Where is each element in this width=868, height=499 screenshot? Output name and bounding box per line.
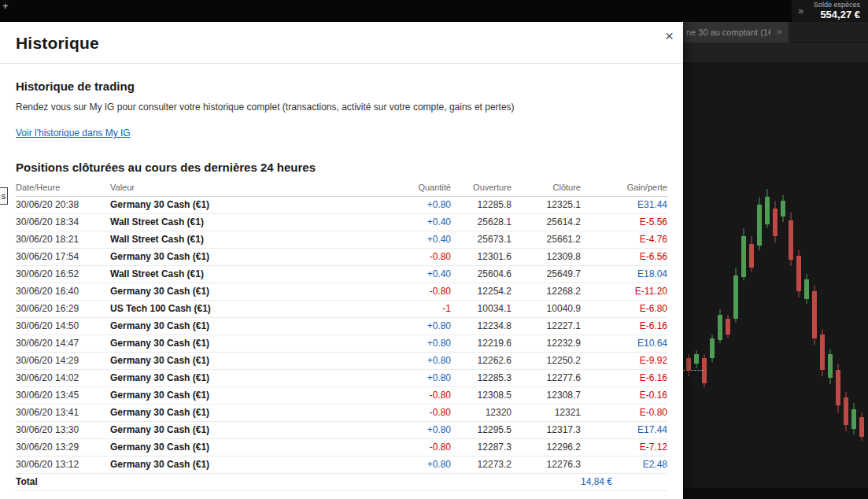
cell-cloture: 12250.2 [512, 353, 581, 370]
cell-gain: E-6.16 [581, 370, 667, 387]
cell-gain: E-6.80 [581, 301, 667, 318]
history-row: 30/06/20 17:54Germany 30 Cash (€1)-0.801… [16, 249, 667, 266]
cell-quantite: +0.80 [307, 335, 451, 353]
cell-valeur: Germany 30 Cash (€1) [110, 405, 307, 422]
myig-history-link[interactable]: Voir l'historique dans My IG [16, 128, 131, 139]
history-modal: × Historique Historique de trading Rende… [0, 22, 683, 499]
cell-cloture: 12227.1 [512, 318, 581, 335]
header-ouverture: Ouverture [451, 181, 512, 197]
cell-valeur: Germany 30 Cash (€1) [110, 335, 307, 353]
cell-date: 30/06/20 20:38 [16, 197, 110, 214]
cell-quantite: +0.80 [307, 370, 451, 387]
chart-toolbar [683, 43, 868, 63]
header-cloture: Clôture [512, 181, 581, 197]
cell-quantite: +0.80 [307, 422, 451, 439]
balance-value: 554,27 € [814, 9, 860, 20]
cell-ouverture: 12285.3 [451, 370, 512, 387]
cell-date: 30/06/20 16:29 [16, 301, 110, 318]
cell-cloture: 25614.2 [512, 214, 581, 231]
cell-gain: E17.44 [581, 422, 667, 439]
cell-gain: E31.44 [581, 197, 667, 214]
cell-date: 30/06/20 13:45 [16, 387, 110, 405]
total-row: Total 14,84 € [16, 474, 667, 491]
cell-valeur: Germany 30 Cash (€1) [110, 439, 307, 456]
cell-cloture: 12232.9 [512, 335, 581, 353]
tab-close-icon[interactable]: × [777, 27, 782, 38]
history-row: 30/06/20 13:41Germany 30 Cash (€1)-0.801… [16, 405, 667, 422]
cell-cloture: 12277.6 [512, 370, 581, 387]
cell-ouverture: 12320 [451, 405, 512, 422]
cell-valeur: Germany 30 Cash (€1) [110, 249, 307, 266]
close-icon[interactable]: × [665, 28, 674, 43]
header-date: Date/Heure [16, 181, 110, 197]
cell-date: 30/06/20 13:12 [16, 456, 110, 474]
cell-cloture: 25661.2 [512, 231, 581, 249]
cell-gain: E-0.16 [581, 387, 667, 405]
history-row: 30/06/20 14:02Germany 30 Cash (€1)+0.801… [16, 370, 667, 387]
cell-quantite: +0.80 [307, 318, 451, 335]
history-row: 30/06/20 16:52Wall Street Cash (€1)+0.40… [16, 266, 667, 283]
cell-ouverture: 12273.2 [451, 456, 512, 474]
cell-valeur: Germany 30 Cash (€1) [110, 422, 307, 439]
cell-gain: E10.64 [581, 335, 667, 353]
top-bar: + » Solde espèces 554,27 € [0, 0, 868, 22]
cell-date: 30/06/20 13:30 [16, 422, 110, 439]
cell-gain: E-5.56 [581, 214, 667, 231]
cell-date: 30/06/20 18:34 [16, 214, 110, 231]
cell-cloture: 10040.9 [512, 301, 581, 318]
cell-quantite: -0.80 [307, 439, 451, 456]
cell-quantite: -0.80 [307, 283, 451, 301]
cell-date: 30/06/20 18:21 [16, 231, 110, 249]
header-valeur: Valeur [110, 181, 307, 197]
cell-gain: E18.04 [581, 266, 667, 283]
cell-gain: E-9.92 [581, 353, 667, 370]
cell-ouverture: 12287.3 [451, 439, 512, 456]
cell-gain: E-0.80 [581, 405, 667, 422]
cell-gain: E2.48 [581, 456, 667, 474]
cell-valeur: Germany 30 Cash (€1) [110, 283, 307, 301]
cell-ouverture: 12219.6 [451, 335, 512, 353]
cell-gain: E-6.56 [581, 249, 667, 266]
cell-quantite: +0.40 [307, 214, 451, 231]
cell-ouverture: 12254.2 [451, 283, 512, 301]
expand-chevrons-icon[interactable]: » [798, 6, 803, 17]
cell-gain: E-6.16 [581, 318, 667, 335]
cell-valeur: Germany 30 Cash (€1) [110, 370, 307, 387]
cell-ouverture: 25604.6 [451, 266, 512, 283]
candlestick-chart [683, 63, 868, 488]
cell-gain: E-11.20 [581, 283, 667, 301]
add-icon[interactable]: + [2, 1, 9, 11]
trading-history-heading: Historique de trading [16, 79, 667, 93]
chart-tab[interactable]: ne 30 au comptant (1€) × [683, 22, 789, 43]
history-row: 30/06/20 14:50Germany 30 Cash (€1)+0.801… [16, 318, 667, 335]
history-row: 30/06/20 14:29Germany 30 Cash (€1)+0.801… [16, 353, 667, 370]
history-row: 30/06/20 13:12Germany 30 Cash (€1)+0.801… [16, 456, 667, 474]
trading-history-text: Rendez vous sur My IG pour consulter vot… [16, 101, 667, 113]
history-row: 30/06/20 20:38Germany 30 Cash (€1)+0.801… [16, 197, 667, 214]
total-value: 14,84 € [581, 474, 667, 491]
cell-cloture: 12308.7 [512, 387, 581, 405]
cell-date: 30/06/20 13:41 [16, 405, 110, 422]
cell-ouverture: 12285.8 [451, 197, 512, 214]
cell-cloture: 12309.8 [512, 249, 581, 266]
cell-quantite: +0.80 [307, 353, 451, 370]
cell-ouverture: 12262.6 [451, 353, 512, 370]
cell-cloture: 25649.7 [512, 266, 581, 283]
cell-valeur: Wall Street Cash (€1) [110, 266, 307, 283]
cell-cloture: 12321 [512, 405, 581, 422]
side-tab-peek[interactable]: s [0, 187, 8, 205]
cell-ouverture: 25673.1 [451, 231, 512, 249]
cell-cloture: 12325.1 [512, 197, 581, 214]
cell-quantite: -1 [307, 301, 451, 318]
cell-cloture: 12296.2 [512, 439, 581, 456]
history-row: 30/06/20 14:47Germany 30 Cash (€1)+0.801… [16, 335, 667, 353]
cell-valeur: Germany 30 Cash (€1) [110, 353, 307, 370]
history-table-body: 30/06/20 20:38Germany 30 Cash (€1)+0.801… [16, 197, 667, 474]
cell-date: 30/06/20 14:50 [16, 318, 110, 335]
history-row: 30/06/20 13:45Germany 30 Cash (€1)-0.801… [16, 387, 667, 405]
price-line [683, 370, 704, 371]
cell-valeur: Wall Street Cash (€1) [110, 214, 307, 231]
cell-ouverture: 25628.1 [451, 214, 512, 231]
cell-quantite: -0.80 [307, 249, 451, 266]
cell-valeur: Germany 30 Cash (€1) [110, 318, 307, 335]
